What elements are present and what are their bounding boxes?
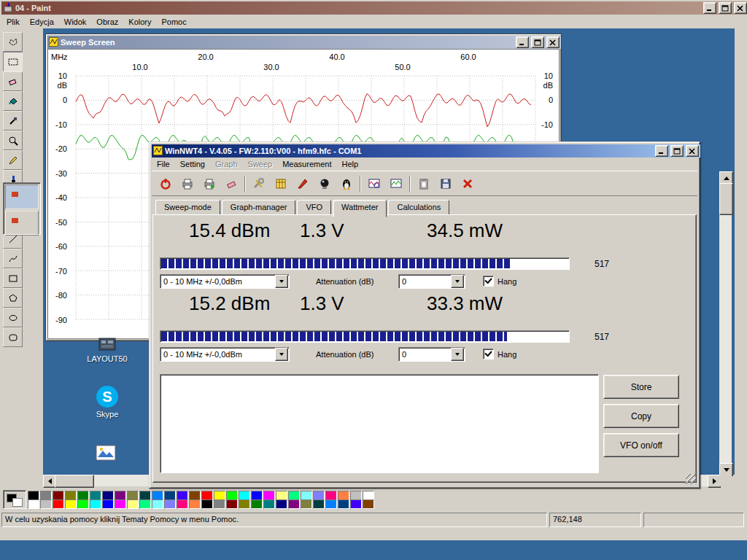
palette-swatch[interactable] [65,499,77,509]
winnwt-menu-sweep[interactable]: Sweep [243,158,278,170]
measurement-log-area[interactable] [160,374,599,473]
rounded-rectangle-tool-icon[interactable] [3,327,23,347]
foreground-background-color-box[interactable] [3,490,26,509]
desktop-icon-layout50[interactable]: LAYOUT50 [84,338,131,363]
palette-swatch[interactable] [350,499,362,509]
sweep-minimize-button[interactable] [516,36,529,48]
ellipse-tool-icon[interactable] [3,308,23,327]
table-button[interactable] [270,173,291,194]
paint-menu-edycja[interactable]: Edycja [25,16,59,28]
curve-tool-icon[interactable] [3,249,23,268]
tools-button[interactable] [248,173,269,194]
palette-swatch[interactable] [189,499,201,509]
palette-swatch[interactable] [28,499,39,509]
winnwt-close-button[interactable] [686,145,699,157]
palette-swatch[interactable] [152,499,163,509]
delete-button[interactable] [457,173,478,194]
paint-menu-kolory[interactable]: Kolory [123,16,156,28]
palette-swatch[interactable] [263,499,275,509]
scrollbar-track[interactable] [719,183,732,463]
channel2-hang-checkbox[interactable] [483,349,494,359]
paint-menu-pomoc[interactable]: Pomoc [156,16,191,28]
paint-menu-plik[interactable]: Plik [1,16,25,28]
store-button[interactable]: Store [603,375,679,399]
scrollbar-thumb[interactable] [719,183,733,215]
palette-swatch[interactable] [115,499,126,509]
palette-swatch[interactable] [139,499,151,509]
desktop-icon-skype[interactable]: S Skype [84,386,131,419]
copy-button[interactable]: Copy [603,404,679,428]
winnwt-titlebar[interactable]: WinNWT4 - V.4.05 - FW:2.110:V00 - hfm9.h… [152,144,700,158]
rectangle-tool-icon[interactable] [3,268,23,288]
winnwt-menu-graph[interactable]: Graph [210,158,243,170]
paint-minimize-button[interactable] [703,2,716,14]
chevron-down-icon[interactable] [451,348,464,361]
orb-button[interactable] [314,173,335,194]
winnwt-menu-measurement[interactable]: Measurement [277,158,336,170]
tab-vfo[interactable]: VFO [297,200,331,215]
clear-button[interactable] [220,173,241,194]
desktop-icon-picture[interactable] [82,444,129,464]
palette-swatch[interactable] [226,499,238,509]
palette-swatch[interactable] [288,499,300,509]
palette-swatch[interactable] [201,499,213,509]
palette-swatch[interactable] [164,499,176,509]
winnwt-maximize-button[interactable] [670,145,684,157]
palette-swatch[interactable] [53,499,64,509]
winnwt-menu-file[interactable]: File [152,158,175,170]
magnifier-tool-icon[interactable] [3,131,23,150]
channel1-attenuation-select[interactable]: 0 [398,274,465,289]
free-form-select-tool-icon[interactable] [3,32,23,52]
palette-swatch[interactable] [363,499,374,509]
scrollbar-thumb[interactable] [55,475,94,488]
pick-color-tool-icon[interactable] [3,111,23,131]
print-button[interactable] [177,173,198,194]
palette-swatch[interactable] [338,499,349,509]
linux-button[interactable] [336,173,357,194]
selection-opaque-option[interactable] [5,184,39,209]
winnwt-menu-help[interactable]: Help [336,158,363,170]
tab-calculations[interactable]: Calculations [388,200,449,215]
channel1-range-select[interactable]: 0 - 10 MHz +/-0,0dBm [160,274,290,289]
pencil-tool-icon[interactable] [3,150,23,170]
paint-menu-obraz[interactable]: Obraz [91,16,123,28]
chevron-down-icon[interactable] [275,348,288,361]
paint-close-button[interactable] [734,2,747,14]
save-button[interactable] [435,173,456,194]
channel2-attenuation-select[interactable]: 0 [398,347,465,362]
tab-graph-manager[interactable]: Graph-manager [222,200,296,215]
sweep-close-button[interactable] [546,36,560,48]
fill-tool-icon[interactable] [3,91,23,111]
power-button[interactable] [155,173,176,194]
marker-button[interactable] [292,173,313,194]
palette-swatch[interactable] [177,499,188,509]
scope-green-button[interactable] [385,173,406,194]
palette-swatch[interactable] [251,499,263,509]
chevron-down-icon[interactable] [275,275,288,288]
palette-swatch[interactable] [214,499,225,509]
vfo-onoff-button[interactable]: VFO on/off [603,433,679,457]
select-tool-icon[interactable] [3,52,23,71]
paint-vertical-scrollbar[interactable] [719,171,732,475]
resize-grip[interactable] [686,474,696,484]
print-graph-button[interactable] [198,173,220,194]
channel1-hang-checkbox[interactable] [483,276,494,287]
winnwt-minimize-button[interactable] [655,145,668,157]
polygon-tool-icon[interactable] [3,288,23,308]
eraser-tool-icon[interactable] [3,71,23,91]
channel2-range-select[interactable]: 0 - 10 MHz +/-0,0dBm [160,347,290,362]
chevron-down-icon[interactable] [451,275,464,288]
palette-swatch[interactable] [325,499,337,509]
palette-swatch[interactable] [276,499,287,509]
sweep-maximize-button[interactable] [531,36,544,48]
paint-menu-widok[interactable]: Widok [59,16,92,28]
tab-wattmeter[interactable]: Wattmeter [333,200,387,217]
palette-swatch[interactable] [127,499,139,509]
palette-swatch[interactable] [239,499,250,509]
clipboard-button[interactable] [413,173,434,194]
palette-swatch[interactable] [313,499,325,509]
palette-swatch[interactable] [301,499,312,509]
palette-swatch[interactable] [77,499,89,509]
palette-swatch[interactable] [90,499,101,509]
scope-zoom-button[interactable] [363,173,384,194]
